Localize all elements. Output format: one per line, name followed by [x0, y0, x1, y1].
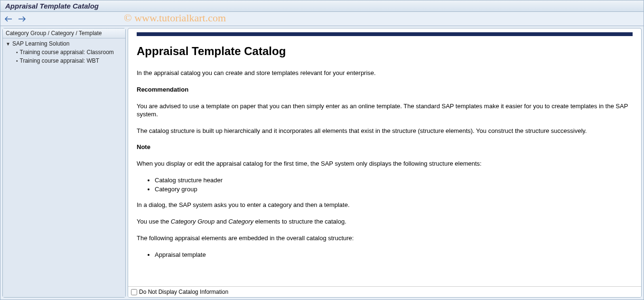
embedded-list: Appraisal template	[155, 251, 633, 258]
back-button[interactable]	[4, 15, 13, 23]
titlebar: Appraisal Template Catalog	[0, 0, 644, 12]
sidebar: Category Group / Category / Template ▼ S…	[2, 28, 126, 298]
window-title: Appraisal Template Catalog	[5, 2, 99, 10]
top-stripe	[137, 32, 633, 36]
arrow-right-icon	[18, 16, 26, 22]
dialog-text: In a dialog, the SAP system asks you to …	[137, 201, 633, 209]
tree-root-label: SAP Learning Solution	[12, 40, 70, 47]
note-list: Catalog structure header Category group	[155, 177, 633, 193]
note-text: When you display or edit the appraisal c…	[137, 160, 633, 168]
recommendation-text: You are advised to use a template on pap…	[137, 103, 633, 119]
tree-child-label: Training course appraisal: WBT	[20, 57, 100, 64]
usage-suffix: elements to structure the catalog.	[253, 218, 346, 225]
watermark: © www.tutorialkart.com	[124, 12, 226, 24]
caret-down-icon: ▼	[6, 41, 10, 47]
intro-text: In the appraisal catalog you can create …	[137, 69, 633, 77]
arrow-left-icon	[5, 16, 12, 22]
usage-mid: and	[215, 218, 228, 225]
note-heading: Note	[137, 143, 633, 151]
tree-child[interactable]: • Training course appraisal: Classroom	[3, 48, 125, 56]
main-area: Category Group / Category / Template ▼ S…	[0, 26, 644, 300]
usage-text: You use the Category Group and Category …	[137, 218, 633, 226]
bullet-icon: •	[16, 50, 18, 55]
sidebar-header: Category Group / Category / Template	[3, 28, 125, 38]
tree-child-label: Training course appraisal: Classroom	[20, 49, 114, 56]
tree-root[interactable]: ▼ SAP Learning Solution	[3, 39, 125, 48]
content-pane: Appraisal Template Catalog In the apprai…	[128, 28, 642, 298]
list-item: Category group	[155, 186, 633, 193]
recommendation-heading: Recommendation	[137, 86, 633, 94]
list-item: Catalog structure header	[155, 177, 633, 184]
usage-prefix: You use the	[137, 218, 171, 225]
tree: ▼ SAP Learning Solution • Training cours…	[3, 38, 125, 297]
toolbar: © www.tutorialkart.com	[0, 12, 644, 26]
usage-em1: Category Group	[171, 218, 215, 225]
content-scroll[interactable]: Appraisal Template Catalog In the apprai…	[128, 28, 641, 286]
forward-button[interactable]	[18, 15, 26, 23]
footer: Do Not Display Catalog Information	[128, 286, 641, 297]
tree-child[interactable]: • Training course appraisal: WBT	[3, 56, 125, 65]
list-item: Appraisal template	[155, 251, 633, 258]
page-title: Appraisal Template Catalog	[137, 45, 633, 58]
usage-em2: Category	[228, 218, 253, 225]
suppress-info-label: Do Not Display Catalog Information	[139, 289, 228, 295]
app-window: Appraisal Template Catalog © www.tutoria…	[0, 0, 644, 300]
structure-text: The catalog structure is built up hierar…	[137, 127, 633, 135]
bullet-icon: •	[16, 58, 18, 64]
embedded-text: The following appraisal elements are emb…	[137, 234, 633, 243]
suppress-info-checkbox[interactable]	[131, 289, 137, 295]
